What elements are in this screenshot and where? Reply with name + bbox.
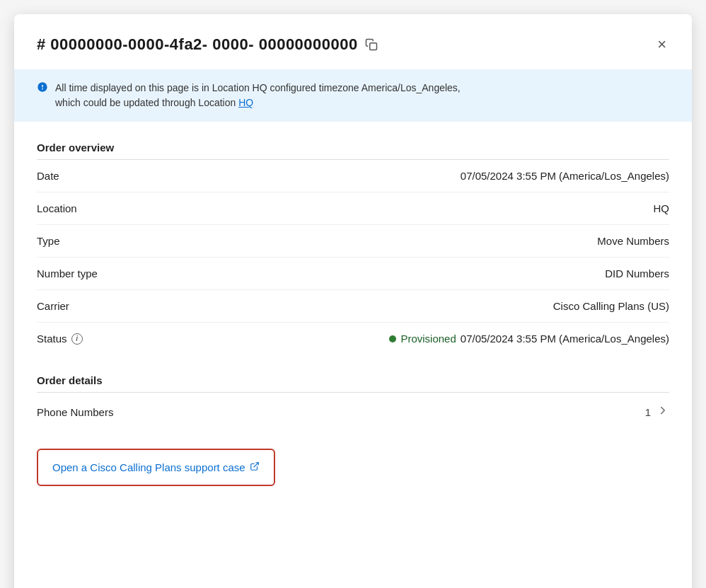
date-label: Date bbox=[37, 170, 59, 182]
svg-rect-0 bbox=[370, 43, 377, 50]
number-type-value: DID Numbers bbox=[605, 267, 669, 279]
carrier-row: Carrier Cisco Calling Plans (US) bbox=[37, 290, 669, 323]
date-row: Date 07/05/2024 3:55 PM (America/Los_Ang… bbox=[37, 160, 669, 192]
order-details-title: Order details bbox=[37, 374, 669, 386]
modal-content: Order overview Date 07/05/2024 3:55 PM (… bbox=[14, 142, 692, 509]
phone-numbers-label: Phone Numbers bbox=[37, 406, 113, 418]
carrier-label: Carrier bbox=[37, 300, 69, 312]
number-type-row: Number type DID Numbers bbox=[37, 258, 669, 290]
phone-numbers-count: 1 bbox=[645, 406, 651, 418]
support-link-text: Open a Cisco Calling Plans support case bbox=[52, 461, 245, 473]
info-text-part1: All time displayed on this page is in Lo… bbox=[55, 82, 461, 93]
external-link-icon bbox=[250, 461, 260, 473]
order-detail-modal: # 00000000-0000-4fa2- 0000- 00000000000 … bbox=[14, 14, 692, 588]
info-banner-text: All time displayed on this page is in Lo… bbox=[55, 81, 461, 110]
status-timestamp: 07/05/2024 3:55 PM (America/Los_Angeles) bbox=[461, 333, 669, 345]
status-row: Status i Provisioned 07/05/2024 3:55 PM … bbox=[37, 323, 669, 354]
modal-title: # 00000000-0000-4fa2- 0000- 00000000000 bbox=[37, 35, 378, 54]
location-label: Location bbox=[37, 202, 77, 214]
hq-link[interactable]: HQ bbox=[238, 97, 253, 108]
location-row: Location HQ bbox=[37, 192, 669, 225]
carrier-value: Cisco Calling Plans (US) bbox=[553, 300, 669, 312]
svg-line-4 bbox=[253, 463, 257, 467]
order-overview-title: Order overview bbox=[37, 142, 669, 154]
type-value: Move Numbers bbox=[597, 235, 669, 247]
status-dot bbox=[389, 335, 396, 342]
location-value: HQ bbox=[654, 202, 670, 214]
close-icon[interactable]: × bbox=[654, 34, 669, 55]
support-link-container: Open a Cisco Calling Plans support case bbox=[37, 449, 275, 486]
status-value: Provisioned 07/05/2024 3:55 PM (America/… bbox=[389, 333, 669, 345]
order-overview-section: Order overview Date 07/05/2024 3:55 PM (… bbox=[37, 142, 669, 354]
title-text: # 00000000-0000-4fa2- 0000- 00000000000 bbox=[37, 35, 358, 54]
number-type-label: Number type bbox=[37, 267, 98, 279]
type-row: Type Move Numbers bbox=[37, 225, 669, 258]
status-row-inner: Provisioned 07/05/2024 3:55 PM (America/… bbox=[389, 333, 669, 345]
phone-numbers-row[interactable]: Phone Numbers 1 bbox=[37, 393, 669, 432]
chevron-right-icon bbox=[656, 404, 669, 420]
type-label: Type bbox=[37, 235, 60, 247]
status-provisioned: Provisioned bbox=[400, 333, 456, 345]
modal-header: # 00000000-0000-4fa2- 0000- 00000000000 … bbox=[14, 14, 692, 69]
copy-icon[interactable] bbox=[365, 38, 378, 51]
status-label: Status i bbox=[37, 333, 83, 345]
info-banner: All time displayed on this page is in Lo… bbox=[14, 69, 692, 122]
status-info-icon[interactable]: i bbox=[71, 333, 83, 345]
phone-numbers-right: 1 bbox=[645, 404, 669, 420]
support-link[interactable]: Open a Cisco Calling Plans support case bbox=[52, 461, 260, 473]
date-value: 07/05/2024 3:55 PM (America/Los_Angeles) bbox=[461, 170, 669, 182]
info-icon bbox=[37, 81, 48, 96]
order-details-section: Order details Phone Numbers 1 bbox=[37, 374, 669, 432]
info-text-part2: which could be updated through Location bbox=[55, 97, 238, 108]
